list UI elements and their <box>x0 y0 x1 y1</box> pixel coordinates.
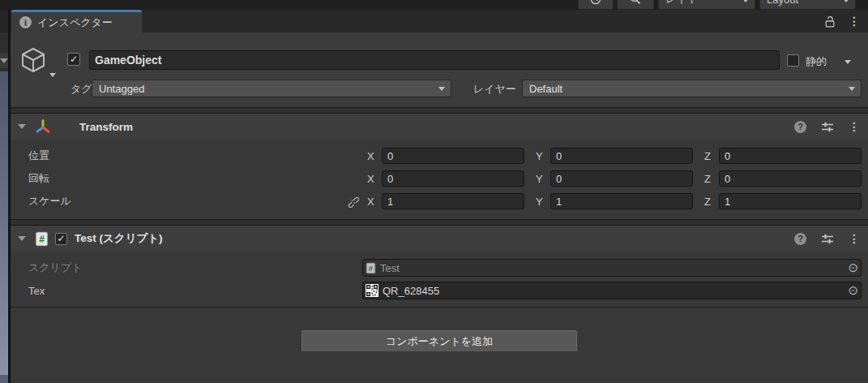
component-menu-kebab-icon[interactable]: ⋮ <box>849 233 860 244</box>
z-axis-label: Z <box>704 196 714 208</box>
history-button[interactable] <box>578 0 614 10</box>
inspector-body: ✓ 静的 タグ Untagged レイヤー Default <box>11 32 868 383</box>
rotation-x-input[interactable] <box>382 170 524 187</box>
z-axis-label: Z <box>704 173 714 185</box>
gameobject-icon-chevron-icon[interactable] <box>49 73 56 77</box>
scale-label: スケール <box>28 194 346 209</box>
inspector-tab-bar: i インスペクター ⋮ <box>11 10 868 32</box>
tag-dropdown[interactable]: Untagged <box>92 80 451 97</box>
position-label: 位置 <box>28 148 346 163</box>
section-separator <box>11 219 868 226</box>
x-axis-label: X <box>367 173 377 185</box>
transform-rows: 位置 X Y Z 回転 X Y Z スケール <box>11 140 868 219</box>
object-picker-icon[interactable]: ⊙ <box>848 283 858 298</box>
gameobject-active-checkbox[interactable]: ✓ <box>67 53 80 66</box>
scene-edge-dropdown[interactable] <box>0 54 8 68</box>
script-row: スクリプト # Test ⊙ <box>11 256 868 279</box>
unity-inspector-window: レイヤー Layout i インスペクター ⋮ <box>0 0 868 383</box>
layer-label: レイヤー <box>473 82 516 97</box>
foldout-arrow-icon[interactable] <box>18 124 26 129</box>
tab-menu-kebab-icon[interactable]: ⋮ <box>849 15 860 27</box>
main-toolbar-partial: レイヤー Layout <box>0 0 868 10</box>
rotation-z-input[interactable] <box>719 170 862 187</box>
scene-edge-viewport <box>0 71 8 375</box>
tex-object-field[interactable]: QR_628455 ⊙ <box>362 282 862 299</box>
tex-row: Tex QR_628455 ⊙ <box>11 279 868 302</box>
scene-view-edge <box>0 10 8 383</box>
rotation-row: 回転 X Y Z <box>11 167 868 190</box>
chevron-down-icon <box>742 0 749 2</box>
chevron-down-icon <box>849 87 855 91</box>
transform-header[interactable]: Transform ? ⋮ <box>11 114 868 140</box>
unlock-icon[interactable] <box>824 15 836 28</box>
chevron-down-icon <box>438 87 445 91</box>
static-checkbox[interactable] <box>787 54 799 67</box>
script-object-field[interactable]: # Test ⊙ <box>362 259 862 277</box>
tag-dropdown-value: Untagged <box>99 83 144 95</box>
layout-dropdown-label: Layout <box>767 0 798 6</box>
tab-inspector[interactable]: i インスペクター <box>11 10 142 32</box>
foldout-arrow-icon[interactable] <box>18 236 26 241</box>
rotation-y-input[interactable] <box>550 170 693 187</box>
y-axis-label: Y <box>536 173 545 185</box>
test-script-header[interactable]: # ✓ Test (スクリプト) ? ⋮ <box>11 226 868 252</box>
gameobject-cube-icon <box>19 45 48 75</box>
gameobject-name-input[interactable] <box>89 50 780 70</box>
component-enabled-checkbox[interactable]: ✓ <box>55 233 67 245</box>
chevron-down-icon <box>0 58 8 63</box>
presets-icon[interactable] <box>821 234 834 244</box>
position-y-input[interactable] <box>550 148 693 164</box>
script-object-value: Test <box>380 262 400 274</box>
info-icon: i <box>19 16 32 28</box>
footer-area: コンポーネントを追加 <box>11 308 868 352</box>
tex-label: Tex <box>28 285 362 297</box>
test-script-rows: スクリプト # Test ⊙ Tex <box>11 252 868 307</box>
static-flags-chevron-icon[interactable] <box>844 60 851 64</box>
layer-dropdown[interactable]: Default <box>522 80 862 97</box>
x-axis-label: X <box>367 196 377 208</box>
y-axis-label: Y <box>536 196 545 208</box>
static-label: 静的 <box>806 54 827 69</box>
svg-text:#: # <box>369 264 374 273</box>
add-component-button[interactable]: コンポーネントを追加 <box>301 330 577 352</box>
search-icon <box>629 0 642 6</box>
tex-object-value: QR_628455 <box>383 285 439 297</box>
tab-inspector-label: インスペクター <box>37 15 113 30</box>
gameobject-header: ✓ 静的 タグ Untagged レイヤー Default <box>11 32 868 107</box>
help-icon[interactable]: ? <box>794 233 806 245</box>
svg-text:#: # <box>39 233 45 244</box>
csharp-script-icon: # <box>35 231 49 247</box>
layers-dropdown[interactable]: レイヤー <box>658 0 755 10</box>
scale-z-input[interactable] <box>719 193 862 209</box>
test-script-title: Test (スクリプト) <box>75 231 163 246</box>
scale-row: スケール X Y Z <box>11 190 868 213</box>
object-picker-icon[interactable]: ⊙ <box>848 260 858 275</box>
clock-icon <box>589 0 602 6</box>
layout-dropdown[interactable]: Layout <box>759 0 856 10</box>
rotation-label: 回転 <box>28 171 346 186</box>
help-icon[interactable]: ? <box>794 121 806 133</box>
position-z-input[interactable] <box>719 148 862 164</box>
chevron-down-icon <box>843 0 849 2</box>
scale-y-input[interactable] <box>550 193 693 209</box>
layers-dropdown-label: レイヤー <box>665 0 708 6</box>
scale-x-input[interactable] <box>382 193 524 209</box>
search-button[interactable] <box>617 0 654 10</box>
broken-link-icon[interactable] <box>346 195 359 208</box>
z-axis-label: Z <box>704 150 714 162</box>
y-axis-label: Y <box>536 150 545 162</box>
layer-dropdown-value: Default <box>529 83 562 95</box>
scene-edge-bottom <box>0 375 8 383</box>
component-menu-kebab-icon[interactable]: ⋮ <box>849 121 860 132</box>
script-label: スクリプト <box>28 260 362 275</box>
position-x-input[interactable] <box>382 148 524 164</box>
position-row: 位置 X Y Z <box>11 144 868 167</box>
presets-icon[interactable] <box>821 122 834 132</box>
qr-texture-thumbnail-icon <box>366 284 378 297</box>
scene-edge-toolbar <box>0 32 8 71</box>
tag-label: タグ <box>71 82 92 97</box>
transform-title: Transform <box>79 121 133 133</box>
scene-edge-top <box>0 10 8 32</box>
csharp-script-icon: # <box>366 262 376 274</box>
x-axis-label: X <box>367 150 377 162</box>
